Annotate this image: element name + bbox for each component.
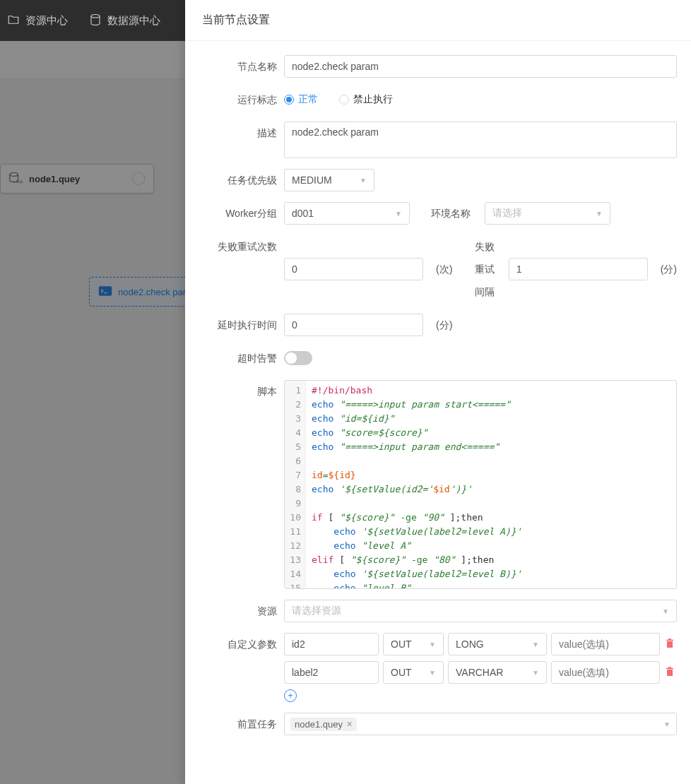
pre-task-tag: node1.quey✕ (290, 718, 357, 731)
chevron-down-icon: ▼ (532, 641, 539, 648)
nav-label: 资源中心 (25, 14, 68, 28)
label-node-name: 节点名称 (192, 55, 284, 78)
database-icon (89, 13, 102, 28)
radio-label: 正常 (298, 93, 318, 106)
chevron-down-icon: ▼ (429, 669, 436, 677)
modal-backdrop[interactable] (0, 41, 185, 784)
description-input[interactable]: node2.check param (284, 121, 677, 158)
label-run-flag: 运行标志 (192, 88, 284, 111)
radio-label: 禁止执行 (353, 93, 393, 106)
radio-dot-icon (284, 95, 294, 105)
chevron-down-icon: ▼ (596, 210, 603, 218)
param-dir-select[interactable]: OUT▼ (383, 661, 444, 684)
retry-interval-input[interactable] (509, 258, 648, 280)
retry-times-input[interactable] (284, 258, 423, 280)
chevron-down-icon: ▼ (532, 669, 539, 677)
folder-icon (7, 13, 20, 28)
param-name-input[interactable] (284, 661, 379, 684)
label-custom-params: 自定义参数 (192, 633, 284, 655)
radio-normal[interactable]: 正常 (284, 93, 318, 106)
label-worker-group: Worker分组 (192, 202, 284, 225)
drawer-title: 当前节点设置 (185, 0, 691, 41)
nav-data-source-center[interactable]: 数据源中心 (89, 13, 160, 28)
label-retry-times: 失败重试次数 (192, 235, 284, 258)
param-name-input[interactable] (284, 633, 379, 655)
label-delay-time: 延时执行时间 (192, 314, 284, 336)
label-env-name: 环境名称 (417, 202, 478, 225)
priority-select[interactable]: MEDIUM▼ (284, 169, 374, 191)
close-icon[interactable]: ✕ (346, 720, 353, 729)
label-resource: 资源 (192, 600, 284, 622)
label-timeout-alarm: 超时告警 (192, 347, 284, 369)
delay-time-input[interactable] (284, 314, 423, 336)
unit-times: (次) (436, 258, 452, 280)
chevron-down-icon: ▼ (395, 210, 402, 218)
param-type-select[interactable]: LONG▼ (448, 633, 547, 655)
pre-tasks-select[interactable]: node1.quey✕ ▼ (284, 713, 677, 735)
param-row: OUT▼VARCHAR▼ (284, 661, 677, 684)
radio-disabled[interactable]: 禁止执行 (339, 93, 393, 106)
radio-dot-icon (339, 95, 349, 105)
unit-minutes: (分) (436, 314, 452, 336)
chevron-down-icon: ▼ (663, 720, 671, 728)
param-value-input[interactable] (551, 661, 660, 684)
env-name-select[interactable]: 请选择▼ (485, 202, 610, 225)
unit-minutes: (分) (661, 258, 677, 280)
param-row: OUT▼LONG▼ (284, 633, 677, 655)
label-priority: 任务优先级 (192, 169, 284, 191)
script-editor[interactable]: 123456789101112131415 #!/bin/bashecho "=… (284, 380, 677, 589)
delete-icon[interactable] (664, 638, 677, 651)
chevron-down-icon: ▼ (429, 641, 436, 648)
label-retry-interval: 失败重试间隔 (459, 235, 501, 303)
node-settings-drawer: 当前节点设置 节点名称 运行标志 正常 禁止执行 描述 node2.check … (185, 0, 691, 784)
param-value-input[interactable] (551, 633, 660, 655)
nav-label: 数据源中心 (107, 14, 160, 28)
param-dir-select[interactable]: OUT▼ (383, 633, 444, 655)
label-pre-tasks: 前置任务 (192, 713, 284, 735)
add-param-button[interactable]: + (284, 689, 297, 702)
nav-resource-center[interactable]: 资源中心 (7, 13, 68, 28)
resource-select[interactable]: 请选择资源▼ (284, 600, 677, 622)
label-script: 脚本 (192, 380, 284, 403)
timeout-alarm-switch[interactable] (284, 351, 312, 365)
label-description: 描述 (192, 121, 284, 144)
chevron-down-icon: ▼ (360, 177, 367, 184)
node-name-input[interactable] (284, 55, 677, 78)
svg-point-0 (91, 14, 100, 18)
chevron-down-icon: ▼ (662, 607, 669, 615)
param-type-select[interactable]: VARCHAR▼ (448, 661, 547, 684)
worker-group-select[interactable]: d001▼ (284, 202, 410, 225)
delete-icon[interactable] (664, 666, 677, 679)
